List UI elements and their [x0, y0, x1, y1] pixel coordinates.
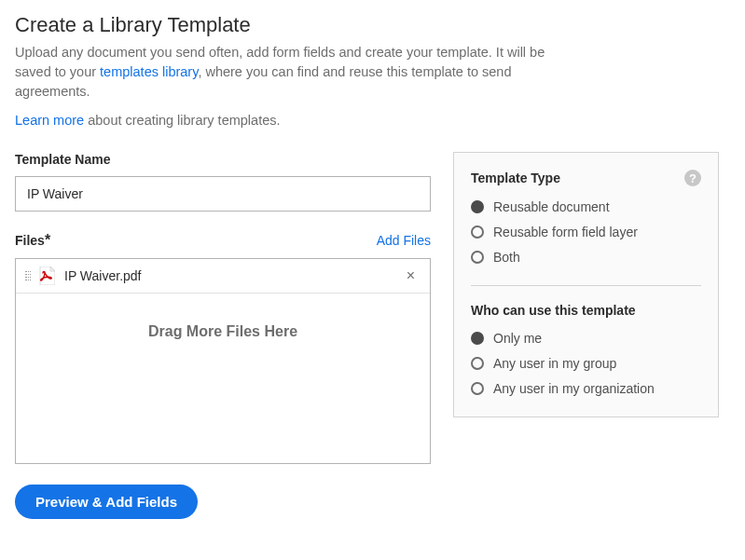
radio-label: Reusable document — [493, 199, 610, 214]
templates-library-link[interactable]: templates library — [100, 64, 198, 79]
who-can-use-group: Only me Any user in my group Any user in… — [471, 331, 701, 396]
preview-add-fields-button[interactable]: Preview & Add Fields — [15, 485, 198, 519]
radio-icon — [471, 200, 484, 213]
learn-more-text: Learn more about creating library templa… — [15, 113, 730, 128]
file-drop-zone[interactable]: Drag More Files Here — [16, 294, 430, 463]
radio-icon — [471, 382, 484, 395]
radio-label: Both — [493, 250, 520, 265]
files-list: IP Waiver.pdf × Drag More Files Here — [15, 258, 431, 464]
pdf-icon — [38, 266, 55, 285]
files-label: Files* — [15, 232, 50, 249]
radio-icon — [471, 225, 484, 239]
divider — [471, 285, 701, 286]
file-name: IP Waiver.pdf — [64, 268, 403, 283]
template-name-input[interactable] — [15, 176, 431, 212]
page-title: Create a Library Template — [15, 13, 730, 37]
radio-label: Only me — [493, 331, 542, 346]
template-type-title: Template Type — [471, 171, 560, 185]
radio-icon — [471, 357, 484, 370]
intro-text: Upload any document you send often, add … — [15, 43, 556, 102]
template-name-label: Template Name — [15, 152, 431, 167]
radio-label: Any user in my group — [493, 356, 616, 371]
radio-label: Any user in my organization — [493, 381, 655, 396]
who-can-use-title: Who can use this template — [471, 303, 636, 318]
add-files-button[interactable]: Add Files — [377, 233, 431, 248]
radio-any-user-org[interactable]: Any user in my organization — [471, 381, 701, 396]
radio-icon — [471, 332, 484, 345]
radio-any-user-group[interactable]: Any user in my group — [471, 356, 701, 371]
help-icon[interactable]: ? — [684, 170, 701, 186]
remove-file-icon[interactable]: × — [403, 267, 419, 284]
template-type-group: Reusable document Reusable form field la… — [471, 199, 701, 265]
radio-label: Reusable form field layer — [493, 225, 638, 239]
learn-more-link[interactable]: Learn more — [15, 113, 84, 128]
radio-only-me[interactable]: Only me — [471, 331, 701, 346]
learn-more-post: about creating library templates. — [84, 113, 280, 128]
radio-icon — [471, 251, 484, 264]
file-row[interactable]: IP Waiver.pdf × — [16, 259, 430, 294]
radio-reusable-document[interactable]: Reusable document — [471, 199, 701, 214]
radio-both[interactable]: Both — [471, 250, 701, 265]
radio-reusable-form-field-layer[interactable]: Reusable form field layer — [471, 225, 701, 239]
drag-handle-icon[interactable] — [25, 271, 31, 280]
